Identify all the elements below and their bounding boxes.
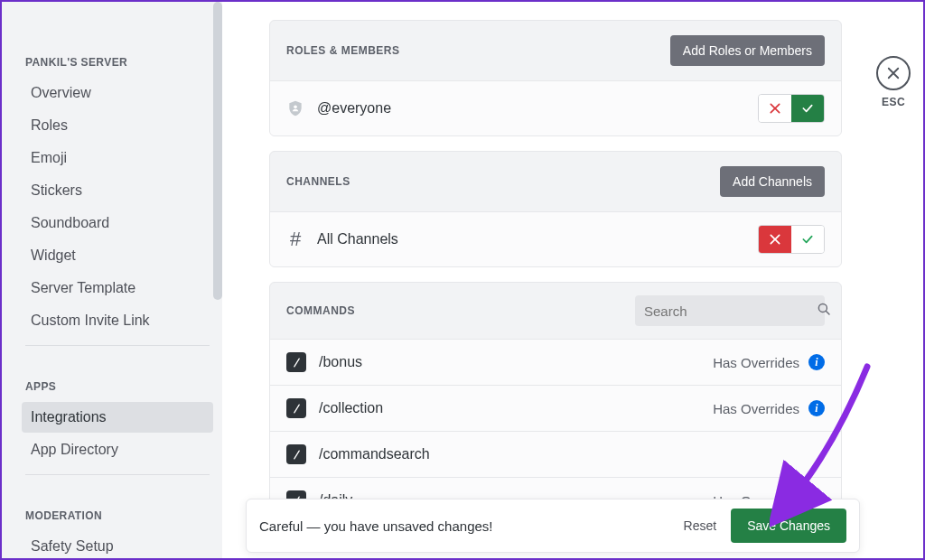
command-row[interactable]: /commandsearch [270, 431, 841, 477]
check-icon [800, 232, 815, 247]
slash-command-icon [286, 352, 306, 372]
esc-label: ESC [876, 96, 911, 108]
sidebar-server-title: PANKIL'S SERVER [25, 56, 213, 69]
command-name: /collection [319, 400, 713, 416]
main-content: ROLES & MEMBERS Add Roles or Members @ev… [269, 20, 842, 524]
sidebar-item-emoji[interactable]: Emoji [22, 143, 213, 173]
roles-members-title: ROLES & MEMBERS [286, 44, 400, 57]
slash-command-icon [286, 398, 306, 418]
channels-title: CHANNELS [286, 175, 350, 188]
unsaved-text: Careful — you have unsaved changes! [259, 518, 669, 534]
sidebar-item-widget[interactable]: Widget [22, 240, 213, 271]
command-name: /commandsearch [319, 446, 825, 462]
command-row[interactable]: /bonusHas Overridesi [270, 339, 841, 385]
sidebar-item-server-template[interactable]: Server Template [22, 273, 213, 303]
override-label: Has Overrides [713, 355, 799, 370]
close-panel: ESC [876, 56, 911, 108]
hash-icon: # [286, 230, 304, 248]
roles-deny-button[interactable] [759, 95, 791, 122]
channels-allow-button[interactable] [791, 226, 824, 253]
add-channels-button[interactable]: Add Channels [720, 166, 825, 197]
sidebar-item-roles[interactable]: Roles [22, 110, 213, 141]
sidebar: PANKIL'S SERVER OverviewRolesEmojiSticke… [2, 2, 222, 558]
close-button[interactable] [876, 56, 911, 90]
sidebar-mod-title: MODERATION [25, 509, 213, 522]
unsaved-changes-bar: Careful — you have unsaved changes! Rese… [246, 499, 860, 553]
roles-row-everyone: @everyone [270, 80, 841, 135]
shield-icon [286, 99, 304, 117]
roles-permission-toggle [758, 94, 825, 123]
slash-command-icon [286, 444, 306, 464]
channels-row-label: All Channels [317, 231, 758, 247]
sidebar-item-soundboard[interactable]: Soundboard [22, 208, 213, 238]
search-icon [816, 301, 832, 321]
add-roles-members-button[interactable]: Add Roles or Members [670, 35, 825, 66]
reset-button[interactable]: Reset [669, 511, 732, 540]
command-name: /bonus [319, 354, 713, 370]
command-row[interactable]: /collectionHas Overridesi [270, 385, 841, 431]
sidebar-item-overview[interactable]: Overview [22, 78, 213, 108]
check-icon [800, 101, 815, 116]
sidebar-apps-title: APPS [25, 380, 213, 393]
sidebar-divider [25, 474, 210, 475]
close-icon [885, 65, 902, 81]
save-changes-button[interactable]: Save Changes [731, 509, 846, 543]
x-icon [768, 232, 782, 247]
sidebar-divider [25, 345, 210, 346]
sidebar-item-stickers[interactable]: Stickers [22, 175, 213, 206]
svg-point-0 [294, 106, 297, 109]
channels-row-all: # All Channels [270, 211, 841, 266]
override-label: Has Overrides [713, 401, 799, 416]
channels-card: CHANNELS Add Channels # All Channels [269, 151, 842, 267]
sidebar-item-custom-invite-link[interactable]: Custom Invite Link [22, 305, 213, 336]
search-input[interactable] [644, 303, 816, 319]
commands-title: COMMANDS [286, 304, 355, 317]
channels-permission-toggle [758, 225, 825, 254]
x-icon [768, 101, 782, 116]
commands-search[interactable] [635, 295, 825, 326]
info-icon: i [808, 400, 825, 416]
roles-row-label: @everyone [317, 100, 758, 117]
sidebar-item-integrations[interactable]: Integrations [22, 402, 213, 433]
sidebar-item-safety-setup[interactable]: Safety Setup [22, 531, 213, 558]
channels-deny-button[interactable] [759, 226, 791, 253]
info-icon: i [808, 354, 825, 370]
roles-allow-button[interactable] [791, 95, 824, 122]
sidebar-item-app-directory[interactable]: App Directory [22, 434, 213, 465]
commands-card: COMMANDS /bonusHas Overridesi/collection… [269, 282, 842, 524]
roles-members-card: ROLES & MEMBERS Add Roles or Members @ev… [269, 20, 842, 136]
